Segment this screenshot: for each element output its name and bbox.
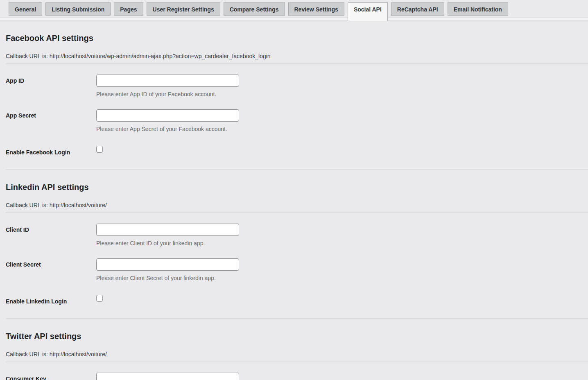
callback-url-text: Callback URL is: http://localhost/voitur… [6,201,588,209]
input-client-id[interactable] [96,224,239,236]
field-label: Enable Linkedin Login [6,294,96,305]
field-description: Please enter App Secret of your Facebook… [96,126,588,133]
field-cell [96,294,588,302]
field-cell [96,373,588,380]
field-cell: Please enter App ID of your Facebook acc… [96,75,588,98]
field-cell: Please enter App Secret of your Facebook… [96,109,588,133]
callback-url-text: Callback URL is: http://localhost/voitur… [6,52,588,60]
input-app-secret[interactable] [96,109,239,122]
section-twitter-api-settings: Twitter API settings Callback URL is: ht… [6,332,588,380]
tab-user-register-settings[interactable]: User Register Settings [147,2,220,16]
section-title: Facebook API settings [6,34,588,43]
form-row: Client ID Please enter Client ID of your… [6,218,588,253]
section-end-divider [6,318,588,319]
input-app-id[interactable] [96,75,239,87]
form-row: App Secret Please enter App Secret of yo… [6,104,588,138]
form-row: Enable Linkedin Login [6,287,588,317]
section-facebook-api-settings: Facebook API settings Callback URL is: h… [6,34,588,167]
field-label: Client Secret [6,258,96,268]
form-rows: Client ID Please enter Client ID of your… [6,213,588,317]
settings-tabs: GeneralListing SubmissionPagesUser Regis… [0,0,588,18]
form-rows: Consumer Key [6,362,588,380]
tab-recaptcha-api[interactable]: ReCaptcha API [391,2,444,16]
tab-compare-settings[interactable]: Compare Settings [224,2,285,16]
input-client-secret[interactable] [96,258,239,271]
tab-listing-submission[interactable]: Listing Submission [45,2,111,16]
form-row: App ID Please enter App ID of your Faceb… [6,69,588,104]
section-linkedin-api-settings: Linkedin API settings Callback URL is: h… [6,183,588,317]
form-row: Client Secret Please enter Client Secret… [6,253,588,287]
callback-url-text: Callback URL is: http://localhost/voitur… [6,350,588,358]
tab-social-api[interactable]: Social API [348,2,388,21]
field-label: App ID [6,75,96,84]
tabbar-bottom-strip [0,18,588,20]
tab-general[interactable]: General [9,2,42,16]
field-cell: Please enter Client Secret of your linke… [96,258,588,282]
field-cell [96,145,588,153]
settings-panel: Facebook API settings Callback URL is: h… [0,34,588,380]
tab-pages[interactable]: Pages [114,2,143,16]
field-label: Consumer Key [6,373,96,380]
field-description: Please enter Client Secret of your linke… [96,275,588,282]
field-description: Please enter Client ID of your linkedin … [96,240,588,247]
form-row: Enable Facebook Login [6,138,588,167]
form-rows: App ID Please enter App ID of your Faceb… [6,64,588,167]
checkbox-enable-linkedin-login[interactable] [96,295,103,302]
section-title: Linkedin API settings [6,183,588,192]
field-label: App Secret [6,109,96,119]
tab-review-settings[interactable]: Review Settings [288,2,344,16]
field-label: Client ID [6,224,96,233]
input-consumer-key[interactable] [96,373,239,380]
field-description: Please enter App ID of your Facebook acc… [96,91,588,98]
section-end-divider [6,169,588,170]
field-label: Enable Facebook Login [6,145,96,156]
field-cell: Please enter Client ID of your linkedin … [96,224,588,247]
form-row: Consumer Key [6,367,588,380]
section-title: Twitter API settings [6,332,588,341]
tab-email-notification[interactable]: Email Notification [448,2,508,16]
checkbox-enable-facebook-login[interactable] [96,146,103,153]
